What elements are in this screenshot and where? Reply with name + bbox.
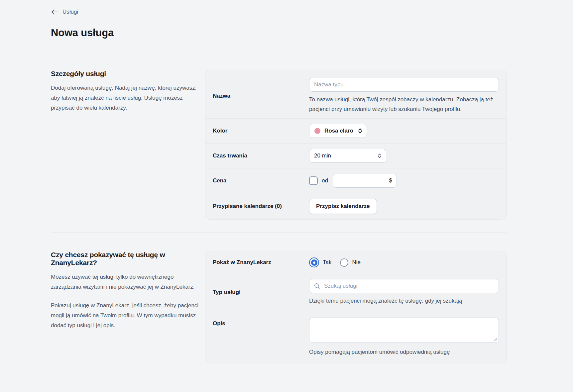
chevron-sort-icon — [358, 128, 362, 134]
page-title: Nowa usługa — [51, 27, 507, 39]
section-visibility-paragraph-1: Możesz używać tej usługi tylko do wewnęt… — [51, 272, 200, 292]
section-visibility-intro: Czy chcesz pokazywać tę usługę w ZnanyLe… — [51, 251, 205, 331]
section-details-heading: Szczegóły usługi — [51, 70, 200, 78]
assign-calendars-button[interactable]: Przypisz kalendarze — [309, 199, 377, 214]
radio-selected-icon — [309, 257, 319, 267]
section-service-details: Szczegóły usługi Dodaj oferowaną usługę.… — [51, 70, 507, 220]
price-label: Cena — [213, 177, 309, 184]
description-textarea[interactable] — [309, 318, 499, 343]
service-type-label: Typ usługi — [213, 289, 309, 296]
show-label: Pokaż w ZnanyLekarz — [213, 259, 309, 266]
description-label: Opis — [213, 318, 309, 327]
calendars-label: Przypisane kalendarze (0) — [213, 203, 309, 210]
service-type-search-wrap — [309, 279, 499, 293]
radio-no-label: Nie — [352, 259, 361, 266]
radio-option-yes[interactable]: Tak — [309, 257, 331, 267]
row-service-type: Typ usługi Dzięki temu pacjenci mogą zna… — [205, 274, 506, 311]
duration-select[interactable]: 20 min — [309, 149, 386, 163]
description-content: Opisy pomagają pacjentom umówić odpowied… — [309, 318, 499, 357]
duration-select-value: 20 min — [314, 152, 331, 159]
price-from-label: od — [322, 177, 328, 184]
color-swatch-dot — [314, 128, 320, 134]
description-helper: Opisy pomagają pacjentom umówić odpowied… — [309, 347, 499, 357]
section-visibility-heading: Czy chcesz pokazywać tę usługę w ZnanyLe… — [51, 251, 200, 267]
section-details-intro: Szczegóły usługi Dodaj oferowaną usługę.… — [51, 70, 205, 113]
section-details-description: Dodaj oferowaną usługę. Nadaj jej nazwę,… — [51, 83, 200, 113]
row-description: Opis Opisy pomagają pacjentom umówić odp… — [205, 311, 506, 363]
calendars-content: Przypisz kalendarze — [309, 199, 499, 214]
service-type-search-input[interactable] — [309, 279, 499, 293]
radio-option-no[interactable]: Nie — [340, 258, 361, 267]
chevron-sort-icon — [378, 153, 382, 159]
color-select[interactable]: Rosa claro — [309, 124, 367, 138]
search-icon — [314, 283, 320, 289]
price-input[interactable] — [333, 174, 397, 188]
color-content: Rosa claro — [309, 124, 499, 138]
duration-label: Czas trwania — [213, 152, 309, 159]
service-type-content: Dzięki temu pacjenci mogą znaleźć tę usł… — [309, 279, 499, 306]
service-type-helper: Dzięki temu pacjenci mogą znaleźć tę usł… — [309, 296, 477, 306]
row-show-in-znanylekarz: Pokaż w ZnanyLekarz Tak Nie — [205, 251, 506, 274]
duration-content: 20 min — [309, 149, 499, 163]
page-content: Usługi Nowa usługa Szczegóły usługi Doda… — [51, 0, 507, 363]
price-input-wrap: $ — [333, 174, 397, 188]
back-arrow-icon — [51, 9, 58, 15]
row-price: Cena od $ — [205, 168, 506, 193]
name-helper: To nazwa usługi, którą Twój zespół zobac… — [309, 95, 499, 114]
row-duration: Czas trwania 20 min — [205, 143, 506, 168]
visibility-card: Pokaż w ZnanyLekarz Tak Nie Ty — [205, 251, 507, 363]
back-link-label: Usługi — [62, 9, 78, 15]
radio-unselected-icon — [340, 258, 348, 267]
row-color: Kolor Rosa claro — [205, 118, 506, 143]
service-details-card: Nazwa To nazwa usługi, którą Twój zespół… — [205, 70, 507, 220]
description-textarea-wrap — [309, 318, 499, 343]
color-select-value: Rosa claro — [324, 128, 353, 134]
show-radio-group: Tak Nie — [309, 257, 499, 267]
radio-yes-label: Tak — [323, 259, 331, 266]
color-label: Kolor — [213, 128, 309, 134]
section-visibility-paragraph-2: Pokazuj usługę w ZnanyLekarz, jeśli chce… — [51, 301, 200, 331]
section-visibility: Czy chcesz pokazywać tę usługę w ZnanyLe… — [51, 251, 507, 363]
name-content: To nazwa usługi, którą Twój zespół zobac… — [309, 78, 499, 114]
section-divider — [51, 233, 507, 233]
price-from-checkbox[interactable] — [309, 176, 318, 185]
name-label: Nazwa — [213, 93, 309, 99]
row-calendars: Przypisane kalendarze (0) Przypisz kalen… — [205, 193, 506, 219]
name-input[interactable] — [309, 78, 499, 92]
currency-symbol: $ — [389, 177, 392, 184]
price-content: od $ — [309, 174, 499, 188]
row-name: Nazwa To nazwa usługi, którą Twój zespół… — [205, 70, 506, 118]
back-to-services-link[interactable]: Usługi — [51, 9, 78, 15]
